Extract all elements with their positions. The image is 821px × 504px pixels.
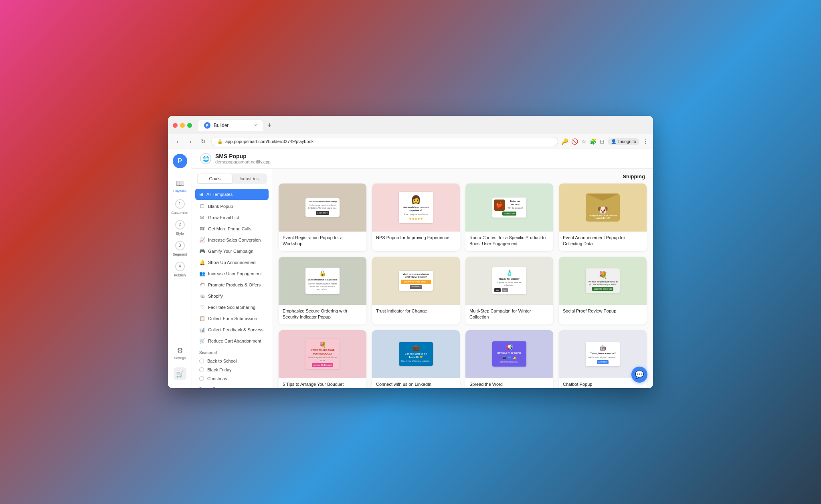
sidebar-item-announcement[interactable]: 🔔 Show Up Announcement (192, 257, 272, 268)
template-card-bouquet[interactable]: 💐 5 TIPS TO ARRANGE YOUR BOUQUET Learn t… (279, 330, 366, 388)
address-bar[interactable]: 🔒 app.popupsmart.com/builder/32749/playb… (211, 137, 558, 146)
template-card-social-proof[interactable]: 💐 "We have the purest gift thanks to you… (559, 257, 647, 325)
feedback-label: Collect Feedback & Surveys (208, 327, 263, 332)
black-friday-label: Black Friday (207, 367, 232, 372)
sidebar-item-user-engagement[interactable]: 👥 Increase User Engagement (192, 268, 272, 279)
template-label-contest: Run a Contest for a Specific Product to … (465, 232, 553, 251)
nav-segment[interactable]: 3 Segment (170, 239, 190, 258)
nav-publish[interactable]: 4 Publish (170, 260, 190, 279)
template-thumb-spread: 📢 SPREAD THE WORD 📷🐦👍 Share this blog po… (465, 330, 553, 378)
template-card-secure[interactable]: 🔒 Safe checkout is available We offer se… (279, 257, 366, 325)
announcement-label: Show Up Announcement (208, 260, 257, 265)
template-label-secure: Emphasize Secure Ordering with Security … (279, 305, 366, 325)
blocked-icon[interactable]: 🚫 (571, 138, 578, 145)
seasonal-black-friday[interactable]: Black Friday (192, 365, 272, 374)
step-1-circle: 1 (175, 199, 185, 209)
sidebar-item-form-submission[interactable]: 📋 Collect Form Submission (192, 313, 272, 324)
sidebar-item-blank-popup[interactable]: ☐ Blank Popup (192, 201, 272, 212)
sidebar-item-social-sharing[interactable]: ♡ Facilitate Social Sharing (192, 302, 272, 313)
template-thumb-winter: 🧴 Ready for winter? Explore our winter s… (465, 257, 553, 305)
nav-settings[interactable]: ⚙ Settings (170, 343, 190, 363)
template-thumb-linkedin: 💼 Connect with us on LinkedIn 🤝 Stay on … (372, 330, 460, 378)
tab-industries[interactable]: Industries (232, 174, 267, 183)
template-thumb-contest: 🍎 Enter our contest Win the speaker! Ent… (465, 183, 553, 232)
template-card-contest[interactable]: 🍎 Enter our contest Win the speaker! Ent… (465, 183, 553, 251)
step-3-circle: 3 (175, 241, 185, 250)
app-logo[interactable]: P (173, 154, 187, 168)
template-label-spread: Spread the Word (465, 378, 553, 388)
sidebar-item-feedback[interactable]: 📊 Collect Feedback & Surveys (192, 324, 272, 335)
tab-label: Builder (214, 123, 229, 128)
step-4-circle: 4 (175, 262, 185, 271)
nav-playbook[interactable]: 📖 Playbook (170, 176, 190, 196)
sidebar-item-shopify[interactable]: 🛍 Shopify (192, 290, 272, 302)
template-thumb-announcement: 🐶 Ready for the Virtual Product Launch E… (559, 183, 647, 232)
template-thumb-bouquet: 💐 5 TIPS TO ARRANGE YOUR BOUQUET Learn t… (279, 330, 366, 378)
nav-style[interactable]: 2 Style (170, 218, 190, 237)
tab-close-button[interactable]: × (254, 123, 257, 128)
template-card-nps[interactable]: 👩 How would you rate your experience? Ra… (372, 183, 460, 251)
site-name: SMS Popup (215, 153, 271, 159)
chat-button[interactable]: 💬 (631, 367, 647, 383)
tab-goals[interactable]: Goals (198, 174, 232, 183)
split-icon[interactable]: ⊡ (600, 138, 605, 145)
lock-icon: 🔒 (217, 139, 223, 144)
sidebar-item-grow-email[interactable]: ✉ Grow Email List (192, 212, 272, 223)
template-label-winter: Multi-Step Campaign for Winter Collectio… (465, 305, 553, 325)
sidebar-item-cart-abandonment[interactable]: 🛒 Reduce Cart Abandonment (192, 335, 272, 347)
minimize-window-button[interactable] (180, 123, 185, 128)
sidebar-item-sales-conversion[interactable]: 📈 Increase Sales Conversion (192, 234, 272, 246)
menu-icon[interactable]: ⋮ (643, 138, 648, 145)
new-tab-button[interactable]: + (264, 121, 275, 130)
maximize-window-button[interactable] (187, 123, 192, 128)
refresh-button[interactable]: ↻ (198, 137, 208, 146)
template-label-workshop: Event Registration Popup for a Workshop (279, 232, 366, 251)
back-button[interactable]: ‹ (173, 137, 182, 146)
gamify-label: Gamify Your Campaign (208, 249, 253, 254)
nav-customize[interactable]: 1 Customize (170, 197, 190, 216)
browser-tab[interactable]: P Builder × (198, 120, 263, 131)
gamify-icon: 🎮 (199, 248, 205, 254)
site-url: demopopupsmart.netlify.app (215, 159, 271, 164)
sidebar-item-gamify[interactable]: 🎮 Gamify Your Campaign (192, 246, 272, 257)
back-to-school-label: Back to School (207, 359, 237, 363)
key-icon[interactable]: 🔑 (561, 138, 568, 145)
template-card-linkedin[interactable]: 💼 Connect with us on LinkedIn 🤝 Stay on … (372, 330, 460, 388)
playbook-label: Playbook (173, 189, 186, 193)
template-label-announcement: Event Announcement Popup for Collecting … (559, 232, 647, 251)
phone-icon: ☎ (199, 226, 205, 232)
template-label-nps: NPS Popup for Improving Experience (372, 232, 460, 245)
template-card-spread[interactable]: 📢 SPREAD THE WORD 📷🐦👍 Share this blog po… (465, 330, 553, 388)
extension-icon[interactable]: 🧩 (590, 138, 597, 145)
seasonal-label: Seasonal (192, 347, 272, 357)
template-card-winter[interactable]: 🧴 Ready for winter? Explore our winter s… (465, 257, 553, 325)
nav-store[interactable]: 🛒 (170, 364, 190, 383)
sidebar-item-promote-products[interactable]: 🏷 Promote Products & Offers (192, 279, 272, 290)
blank-popup-label: Blank Popup (208, 204, 233, 209)
template-card-trust[interactable]: Want to return or change what you've bou… (372, 257, 460, 325)
tab-favicon: P (204, 122, 210, 129)
sidebar-item-all-templates[interactable]: ⊞ All Templates (195, 189, 269, 200)
radio-back-to-school (199, 359, 204, 363)
forward-button[interactable]: › (186, 137, 195, 146)
app-nav: P 📖 Playbook 1 Customize 2 Style 3 Segme… (168, 149, 192, 388)
close-window-button[interactable] (173, 123, 178, 128)
template-card-workshop[interactable]: Join our Garante Workshop Unlock your cr… (279, 183, 366, 251)
sidebar: Goals Industries ⊞ All Templates ☐ Blank… (192, 169, 272, 388)
shopify-label: Shopify (208, 294, 223, 298)
form-submission-label: Collect Form Submission (208, 316, 257, 321)
promote-label: Promote Products & Offers (208, 282, 261, 287)
sidebar-item-phone-calls[interactable]: ☎ Get More Phone Calls (192, 223, 272, 234)
template-card-announcement[interactable]: 🐶 Ready for the Virtual Product Launch E… (559, 183, 647, 251)
seasonal-christmas[interactable]: Christmas (192, 374, 272, 383)
star-icon[interactable]: ☆ (581, 138, 586, 145)
settings-label: Settings (174, 356, 186, 360)
profile-button[interactable]: 👤 Incognito (608, 138, 639, 145)
site-header: 🌐 SMS Popup demopopupsmart.netlify.app (192, 149, 653, 169)
shipping-label: Shipping (279, 173, 647, 179)
popup-type-label: Popup Type (192, 383, 272, 388)
seasonal-back-to-school[interactable]: Back to School (192, 357, 272, 365)
all-templates-icon: ⊞ (199, 192, 203, 197)
radio-christmas (199, 376, 204, 381)
cart-label: Reduce Cart Abandonment (208, 339, 261, 343)
